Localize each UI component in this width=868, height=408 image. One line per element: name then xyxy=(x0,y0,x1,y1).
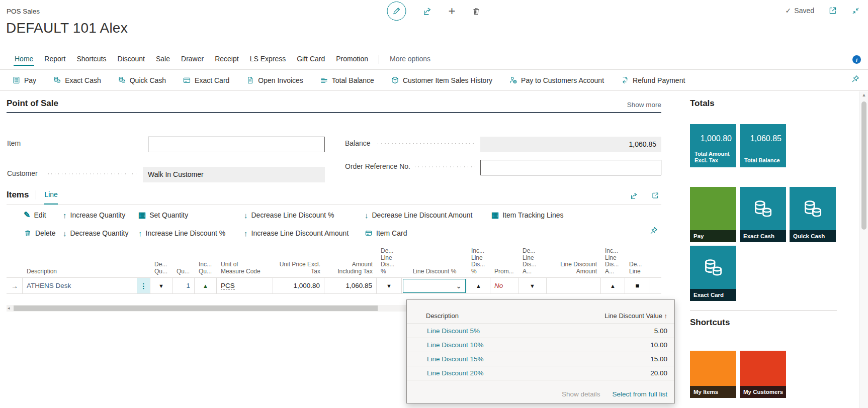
horizontal-scroll-thumb[interactable] xyxy=(14,305,378,311)
column-header-quantity[interactable]: Qu... xyxy=(172,268,195,275)
cell-line-discount-amount[interactable] xyxy=(547,278,601,293)
cell-decrease-quantity-button[interactable]: ▼ xyxy=(150,278,172,293)
column-header-increase-line-discount-amount[interactable]: Inc... Line Dis... A... xyxy=(601,248,625,275)
scroll-up-arrow-icon[interactable]: ▲ xyxy=(860,91,868,99)
tile-quick-cash[interactable]: Quick Cash xyxy=(790,187,836,242)
item-card-button[interactable]: Item Card xyxy=(365,229,491,237)
line-discount-pct-combobox[interactable]: ⌄ xyxy=(403,279,466,293)
dropdown-option[interactable]: Line Discount 15% 15.00 xyxy=(407,352,674,366)
pin-icon[interactable] xyxy=(851,74,860,83)
tile-exact-cash[interactable]: Exact Cash xyxy=(740,187,786,242)
cell-quantity[interactable]: 1 xyxy=(186,282,190,289)
cell-description[interactable]: ATHENS Desk xyxy=(27,282,71,289)
cell-amount-including-tax[interactable]: 1,060.85 xyxy=(324,278,377,293)
action-quick-cash[interactable]: Quick Cash xyxy=(118,76,166,84)
tab-sale[interactable]: Sale xyxy=(150,55,176,69)
delete-record-icon[interactable] xyxy=(472,7,481,16)
tile-pay[interactable]: Pay xyxy=(690,187,736,242)
tab-shortcuts[interactable]: Shortcuts xyxy=(71,55,112,69)
cell-promotion[interactable]: No xyxy=(494,282,503,289)
tab-gift-card[interactable]: Gift Card xyxy=(291,55,330,69)
new-record-icon[interactable]: + xyxy=(448,5,455,17)
scroll-left-arrow-icon[interactable]: ◂ xyxy=(8,305,10,312)
tile-my-customers[interactable]: My Customers xyxy=(740,351,786,398)
edit-button[interactable] xyxy=(387,2,406,21)
decrease-line-discount-amount-button[interactable]: ↓ Decrease Line Discount Amount xyxy=(365,211,491,219)
dropdown-option[interactable]: Line Discount 5% 5.00 xyxy=(407,324,674,338)
dropdown-option[interactable]: Line Discount 20% 20.00 xyxy=(407,366,674,380)
column-header-unit-price[interactable]: Unit Price Excl. Tax xyxy=(273,261,324,275)
cell-decrease-line-discount-amount-button[interactable]: ▼ xyxy=(518,278,547,293)
tab-discount[interactable]: Discount xyxy=(112,55,150,69)
tab-receipt[interactable]: Receipt xyxy=(209,55,244,69)
more-options-button[interactable]: More options xyxy=(384,55,436,69)
info-icon[interactable]: i xyxy=(852,55,861,64)
open-in-new-window-icon[interactable] xyxy=(651,191,659,199)
column-header-decrease-line[interactable]: De... Line xyxy=(625,261,650,275)
tile-exact-card[interactable]: Exact Card xyxy=(690,246,736,301)
tab-drawer[interactable]: Drawer xyxy=(176,55,209,69)
cell-unit-of-measure[interactable]: PCS xyxy=(221,282,235,290)
option-label[interactable]: Line Discount 15% xyxy=(427,355,484,363)
delete-button[interactable]: Delete xyxy=(24,229,63,237)
tile-my-items[interactable]: My Items xyxy=(690,351,736,398)
column-header-promotion[interactable]: Prom... xyxy=(490,268,518,275)
select-from-full-list-link[interactable]: Select from full list xyxy=(612,390,667,398)
share-icon[interactable] xyxy=(422,6,432,16)
share-icon[interactable] xyxy=(630,191,638,200)
action-refund-payment[interactable]: Refund Payment xyxy=(621,76,685,84)
column-header-increase-quantity[interactable]: Inc... Qu... xyxy=(195,261,217,275)
decrease-line-discount-pct-button[interactable]: ↓ Decrease Line Discount % xyxy=(244,211,365,219)
tab-line[interactable]: Line xyxy=(44,190,57,200)
column-header-decrease-quantity[interactable]: De... Qu... xyxy=(150,261,172,275)
action-total-balance[interactable]: Total Balance xyxy=(320,76,374,84)
cue-total-balance[interactable]: 1,060.85 Total Balance xyxy=(740,124,786,167)
vertical-scroll-thumb[interactable] xyxy=(861,101,866,230)
option-label[interactable]: Line Discount 5% xyxy=(427,327,480,335)
column-header-amount-including-tax[interactable]: Amount Including Tax xyxy=(324,261,377,275)
cell-unit-price[interactable]: 1,000.80 xyxy=(273,278,324,293)
cell-decrease-line-button[interactable]: ■ xyxy=(625,278,650,293)
cell-decrease-line-discount-pct-button[interactable]: ▼ xyxy=(377,278,402,293)
increase-line-discount-pct-button[interactable]: ↑ Increase Line Discount % xyxy=(138,229,244,237)
action-exact-cash[interactable]: Exact Cash xyxy=(53,76,101,84)
cell-increase-quantity-button[interactable]: ▲ xyxy=(195,278,217,293)
page-vertical-scrollbar[interactable]: ▲ xyxy=(859,91,868,408)
tab-report[interactable]: Report xyxy=(39,55,71,69)
column-header-increase-line-discount-pct[interactable]: Inc... Line Dis... % xyxy=(467,248,490,275)
pin-icon[interactable] xyxy=(649,226,658,235)
increase-line-discount-amount-button[interactable]: ↑ Increase Line Discount Amount xyxy=(244,229,365,237)
set-quantity-button[interactable]: ▦ Set Quantity xyxy=(138,211,244,219)
action-open-invoices[interactable]: Open Invoices xyxy=(246,76,303,84)
tab-home[interactable]: Home xyxy=(9,55,39,69)
dropdown-column-value[interactable]: Line Discount Value ↑ xyxy=(604,312,667,320)
tab-ls-express[interactable]: LS Express xyxy=(244,55,292,69)
show-details-button[interactable]: Show details xyxy=(562,390,600,398)
customer-value[interactable]: Walk In Customer xyxy=(143,167,325,182)
cell-increase-line-discount-pct-button[interactable]: ▲ xyxy=(467,278,490,293)
tab-promotion[interactable]: Promotion xyxy=(330,55,374,69)
collapse-icon[interactable] xyxy=(851,7,860,15)
row-more-options-button[interactable]: ⋮ xyxy=(137,278,150,293)
column-header-unit-of-measure[interactable]: Unit of Measure Code xyxy=(217,261,273,275)
action-customer-item-sales-history[interactable]: Customer Item Sales History xyxy=(391,76,492,84)
cell-increase-line-discount-amount-button[interactable]: ▲ xyxy=(601,278,625,293)
edit-button[interactable]: ✎ Edit xyxy=(24,211,63,219)
open-in-new-window-icon[interactable] xyxy=(828,6,837,15)
action-exact-card[interactable]: Exact Card xyxy=(183,76,229,84)
show-more-link[interactable]: Show more xyxy=(627,101,661,109)
item-input[interactable] xyxy=(148,137,325,152)
order-reference-input[interactable] xyxy=(480,160,661,175)
option-label[interactable]: Line Discount 10% xyxy=(427,341,484,349)
cue-total-amount-excl-tax[interactable]: 1,000.80 Total Amount Excl. Tax xyxy=(690,124,736,167)
option-label[interactable]: Line Discount 20% xyxy=(427,369,484,377)
decrease-quantity-button[interactable]: ↓ Decrease Quantity xyxy=(63,229,138,237)
column-header-decrease-line-discount-amount[interactable]: De... Line Dis... A... xyxy=(518,248,547,275)
column-header-line-discount-amount[interactable]: Line Discount Amount xyxy=(547,261,601,275)
action-pay[interactable]: Pay xyxy=(12,76,36,84)
item-tracking-lines-button[interactable]: ▦ Item Tracking Lines xyxy=(491,211,661,219)
column-header-line-discount-pct[interactable]: Line Discount % xyxy=(402,268,467,275)
column-header-description[interactable]: Description xyxy=(23,268,137,275)
action-pay-to-customers-account[interactable]: Pay to Customers Account xyxy=(509,76,604,84)
dropdown-option[interactable]: Line Discount 10% 10.00 xyxy=(407,338,674,352)
